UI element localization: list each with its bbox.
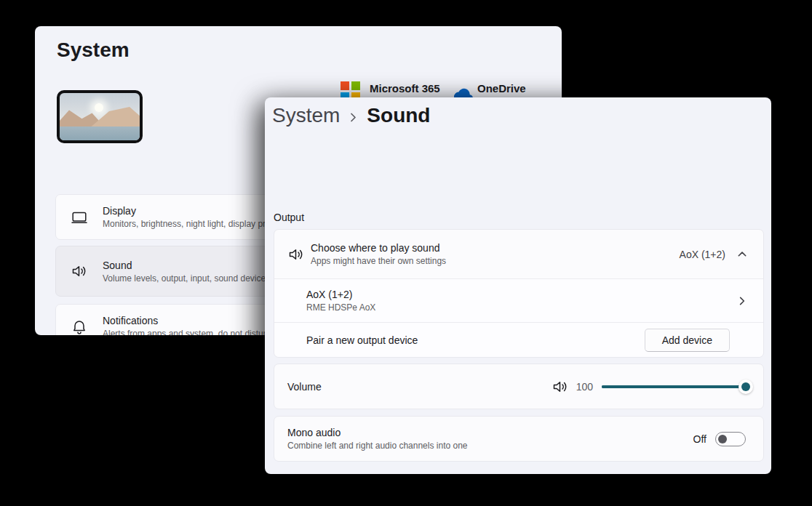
onedrive-label[interactable]: OneDrive xyxy=(477,82,526,95)
slider-thumb[interactable] xyxy=(739,380,753,394)
sound-settings-window: System Sound Output Choose where to play… xyxy=(265,97,771,474)
settings-item-title: Display xyxy=(103,206,282,216)
toggle-knob xyxy=(718,435,727,443)
add-device-button[interactable]: Add device xyxy=(645,329,730,352)
device-name: AoX (1+2) xyxy=(306,289,375,300)
volume-value: 100 xyxy=(576,381,593,393)
mono-audio-subtitle: Combine left and right audio channels in… xyxy=(287,441,468,450)
mono-audio-title: Mono audio xyxy=(287,427,468,438)
speaker-icon xyxy=(287,246,305,263)
toggle-state-label: Off xyxy=(693,433,706,445)
chevron-right-icon xyxy=(737,296,747,306)
ms-logo-green-square xyxy=(351,81,360,90)
lake-graphic xyxy=(60,126,140,140)
settings-item-subtitle: Alerts from apps and system, do not dist… xyxy=(103,329,271,335)
settings-item-subtitle: Monitors, brightness, night light, displ… xyxy=(103,220,282,228)
breadcrumb-current-page: Sound xyxy=(367,104,430,127)
speaker-icon[interactable] xyxy=(552,378,569,395)
mono-audio-card: Mono audio Combine left and right audio … xyxy=(274,416,764,462)
settings-item-title: Sound xyxy=(103,260,270,270)
volume-card: Volume 100 xyxy=(274,364,764,409)
mono-audio-toggle[interactable] xyxy=(715,432,746,446)
slider-fill xyxy=(602,385,746,388)
ms-logo-red-square xyxy=(341,81,349,90)
pair-device-label: Pair a new output device xyxy=(306,334,418,346)
device-driver-name: RME HDSPe AoX xyxy=(306,303,375,312)
settings-item-subtitle: Volume levels, output, input, sound devi… xyxy=(103,274,270,283)
display-icon xyxy=(71,209,88,226)
breadcrumb-system-link[interactable]: System xyxy=(272,104,340,127)
breadcrumb: System Sound xyxy=(272,104,430,127)
volume-label: Volume xyxy=(287,381,322,393)
chevron-up-icon[interactable] xyxy=(737,249,747,260)
page-title: System xyxy=(57,39,130,62)
choose-output-row[interactable]: Choose where to play sound Apps might ha… xyxy=(274,230,763,278)
volume-slider[interactable] xyxy=(602,380,746,394)
output-device-row[interactable]: AoX (1+2) RME HDSPe AoX xyxy=(274,279,763,322)
breadcrumb-chevron-icon xyxy=(348,112,359,123)
settings-item-title: Notifications xyxy=(103,316,271,326)
choose-output-title: Choose where to play sound xyxy=(311,243,446,253)
bell-icon xyxy=(71,318,88,336)
speaker-icon xyxy=(71,262,88,280)
pair-device-row: Pair a new output device Add device xyxy=(274,323,763,357)
microsoft-365-label[interactable]: Microsoft 365 xyxy=(370,82,440,95)
choose-output-subtitle: Apps might have their own settings xyxy=(311,257,446,265)
sun-graphic xyxy=(95,103,103,112)
output-section-label: Output xyxy=(274,212,304,223)
output-device-expander-card: Choose where to play sound Apps might ha… xyxy=(274,229,764,358)
selected-output-device: AoX (1+2) xyxy=(680,249,725,260)
device-preview-image xyxy=(57,90,143,143)
